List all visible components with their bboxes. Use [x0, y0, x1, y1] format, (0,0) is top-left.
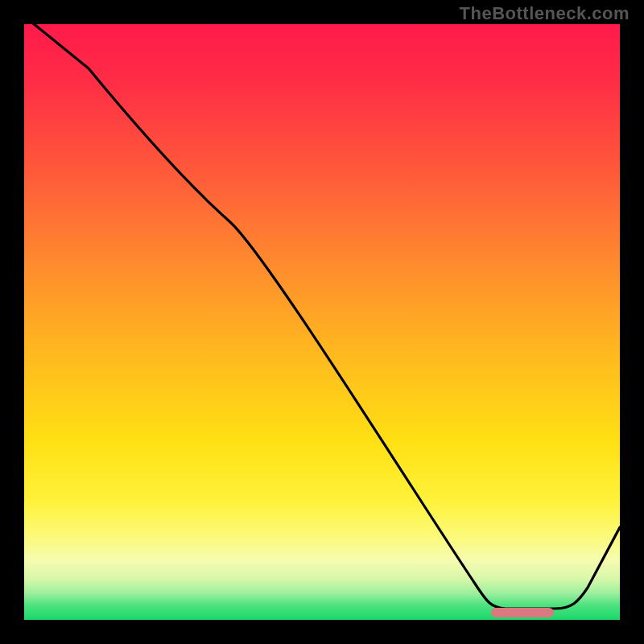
curve-path	[24, 24, 620, 609]
watermark-text: TheBottleneck.com	[460, 3, 630, 24]
optimal-range-marker	[491, 608, 554, 617]
chart-frame: TheBottleneck.com	[0, 0, 644, 644]
bottleneck-curve	[24, 24, 620, 620]
plot-area	[24, 24, 620, 620]
